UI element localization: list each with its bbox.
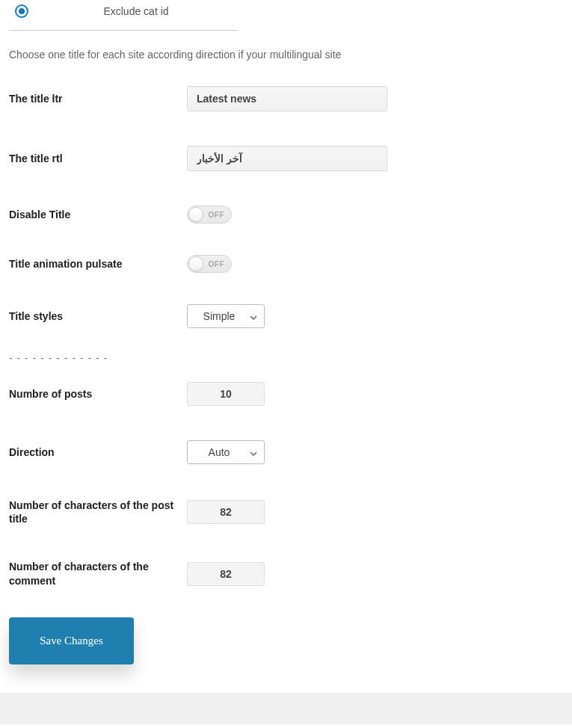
toggle-state-text: OFF xyxy=(209,260,225,268)
field-title-animation: Title animation pulsate OFF xyxy=(9,255,563,273)
label-title-ltr: The title ltr xyxy=(9,92,187,105)
field-disable-title: Disable Title OFF xyxy=(9,206,563,223)
radio-icon xyxy=(15,4,28,18)
separator-dashes: - - - - - - - - - - - - - xyxy=(9,352,563,364)
input-number-of-posts[interactable] xyxy=(187,382,265,406)
field-title-rtl: The title rtl xyxy=(9,146,563,171)
label-title-rtl: The title rtl xyxy=(9,152,187,165)
input-chars-comment[interactable] xyxy=(187,562,265,586)
select-title-styles[interactable]: Simple xyxy=(187,304,265,328)
field-title-styles: Title styles Simple xyxy=(9,304,563,328)
input-title-rtl[interactable] xyxy=(187,146,387,171)
label-direction: Direction xyxy=(9,445,187,459)
radio-label: Exclude cat id xyxy=(36,5,236,17)
label-number-of-posts: Numbre of posts xyxy=(9,387,187,401)
field-chars-comment: Number of characters of the comment xyxy=(9,560,563,587)
radio-option-exclude-cat-id[interactable]: Exclude cat id xyxy=(9,0,238,31)
field-direction: Direction Auto xyxy=(9,440,563,464)
input-title-ltr[interactable] xyxy=(187,86,387,111)
save-button[interactable]: Save Changes xyxy=(9,617,134,664)
select-direction[interactable]: Auto xyxy=(187,440,265,464)
field-number-of-posts: Numbre of posts xyxy=(9,382,563,406)
toggle-knob-icon xyxy=(188,207,203,222)
toggle-state-text: OFF xyxy=(209,211,225,219)
helper-text: Choose one title for each site according… xyxy=(9,49,563,61)
toggle-knob-icon xyxy=(188,256,203,271)
label-chars-post-title: Number of characters of the post title xyxy=(9,499,187,525)
field-title-ltr: The title ltr xyxy=(9,86,563,111)
footer-strip xyxy=(0,693,572,724)
label-disable-title: Disable Title xyxy=(9,208,187,221)
field-chars-post-title: Number of characters of the post title xyxy=(9,499,563,525)
label-title-styles: Title styles xyxy=(9,309,187,323)
toggle-disable-title[interactable]: OFF xyxy=(187,206,232,223)
input-chars-post-title[interactable] xyxy=(187,500,265,524)
label-title-animation: Title animation pulsate xyxy=(9,257,187,271)
label-chars-comment: Number of characters of the comment xyxy=(9,560,187,587)
toggle-title-animation[interactable]: OFF xyxy=(187,255,232,273)
